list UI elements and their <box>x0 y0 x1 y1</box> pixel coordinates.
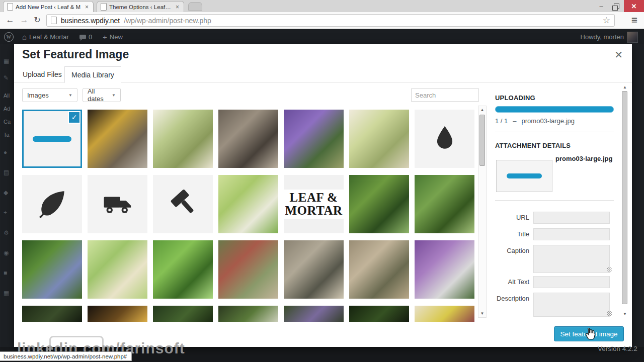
admin-menu-icon[interactable]: ▤ <box>4 169 9 176</box>
set-featured-image-modal: ✕ Set Featured Image Upload Files Media … <box>14 44 632 347</box>
logo-text: LEAF &MORTAR <box>284 190 344 219</box>
page-icon <box>51 17 57 24</box>
media-type-filter[interactable]: Images ▼ <box>22 88 77 102</box>
admin-menu-icon[interactable]: ▦ <box>4 290 9 297</box>
caption-textarea[interactable] <box>533 245 610 273</box>
url-field[interactable]: business.wpdiy.net /wp/wp-admin/post-new… <box>46 14 615 27</box>
avatar[interactable] <box>627 32 638 43</box>
media-item[interactable] <box>22 240 82 299</box>
admin-menu-icon[interactable]: ◉ <box>4 249 9 256</box>
media-item[interactable] <box>415 175 474 233</box>
media-item[interactable] <box>218 110 278 168</box>
new-tab-button[interactable] <box>188 2 202 11</box>
resize-handle[interactable] <box>607 267 612 273</box>
media-item[interactable]: LEAF &MORTAR <box>284 175 344 233</box>
tab-upload-files[interactable]: Upload Files <box>16 66 68 82</box>
media-item[interactable] <box>153 240 213 299</box>
admin-menu-icon[interactable]: ◆ <box>4 189 8 196</box>
media-item[interactable] <box>153 306 213 322</box>
resize-handle[interactable] <box>607 311 612 316</box>
media-item[interactable] <box>349 110 409 168</box>
media-item[interactable] <box>88 110 147 168</box>
media-item[interactable] <box>218 240 278 299</box>
grid-scrollbar[interactable]: ▲ ▼ <box>478 106 487 318</box>
modal-close-icon[interactable]: ✕ <box>614 49 623 60</box>
scrollbar-thumb[interactable] <box>479 115 485 166</box>
tab-close-icon[interactable]: × <box>84 4 90 11</box>
restore-button[interactable] <box>609 0 624 12</box>
back-button[interactable]: ← <box>4 14 16 27</box>
media-item[interactable] <box>153 110 213 168</box>
media-item[interactable] <box>88 175 147 233</box>
admin-menu-icon[interactable]: ▦ <box>4 57 9 64</box>
admin-menu-icon[interactable]: ⚙ <box>4 229 9 236</box>
alt-text-input[interactable] <box>533 276 610 288</box>
bookmark-star-icon[interactable]: ☆ <box>603 15 610 26</box>
chevron-down-icon: ▼ <box>68 93 72 98</box>
admin-menu-icon[interactable]: ✎ <box>4 74 9 81</box>
attachment-details-heading: ATTACHMENT DETAILS <box>495 142 571 149</box>
media-item[interactable] <box>284 240 344 299</box>
scroll-up-icon[interactable]: ▲ <box>621 85 629 89</box>
wp-logo[interactable]: W <box>4 29 14 44</box>
media-item[interactable] <box>218 306 278 322</box>
media-item[interactable] <box>88 240 147 299</box>
tab-close-icon[interactable]: × <box>175 4 180 11</box>
selected-check-icon[interactable]: ✓ <box>68 111 80 124</box>
media-item[interactable] <box>349 175 409 233</box>
url-input[interactable] <box>533 212 610 224</box>
media-grid: ✓LEAF &MORTAR <box>22 110 474 322</box>
admin-menu-text-fragment[interactable]: All <box>4 93 10 99</box>
admin-menu-icon[interactable]: + <box>4 209 7 216</box>
scroll-down-icon[interactable]: ▼ <box>621 312 629 316</box>
site-name: Leaf & Mortar <box>29 33 69 41</box>
truck-icon <box>103 188 133 220</box>
media-item[interactable] <box>22 175 82 233</box>
scroll-up-icon[interactable]: ▲ <box>478 108 486 112</box>
media-item[interactable] <box>415 110 474 168</box>
caption-label: Caption <box>495 245 533 275</box>
sidebar-scrollbar[interactable]: ▲ ▼ <box>621 83 629 318</box>
tab-media-library[interactable]: Media Library <box>64 66 121 83</box>
media-item[interactable] <box>415 240 474 299</box>
divider <box>495 132 614 132</box>
attachment-thumbnail <box>496 160 552 192</box>
wp-version-text: Version 4.2.2 <box>598 345 637 352</box>
admin-menu-text-fragment[interactable]: Ta <box>4 132 10 138</box>
scroll-down-icon[interactable]: ▼ <box>478 311 486 316</box>
media-item[interactable] <box>284 306 344 322</box>
browser-menu-icon[interactable]: ≡ <box>628 14 641 27</box>
droplet-icon <box>430 123 459 154</box>
description-label: Description <box>495 293 533 319</box>
description-textarea[interactable] <box>533 293 610 317</box>
media-item[interactable] <box>88 306 147 322</box>
uploading-heading: UPLOADING <box>495 94 535 102</box>
scrollbar-thumb[interactable] <box>622 91 627 304</box>
admin-bar-comments[interactable]: 0 <box>79 29 92 44</box>
admin-bar-new[interactable]: + New <box>103 29 123 44</box>
close-window-button[interactable]: ✕ <box>624 0 644 12</box>
tab-theme-options[interactable]: Theme Options ‹ Leaf & M × <box>97 1 184 12</box>
admin-bar-account[interactable]: Howdy, morten <box>581 29 624 44</box>
minimize-button[interactable]: – <box>594 0 609 12</box>
admin-menu-icon[interactable]: ■ <box>4 269 7 277</box>
media-item[interactable] <box>415 306 474 322</box>
screen: Add New Post ‹ Leaf & M × Theme Options … <box>0 0 644 362</box>
reload-button[interactable]: ↻ <box>31 14 43 27</box>
admin-menu-text-fragment[interactable]: Ad <box>4 106 10 112</box>
tab-add-new-post[interactable]: Add New Post ‹ Leaf & M × <box>3 1 94 12</box>
media-item[interactable] <box>218 175 278 233</box>
media-item[interactable] <box>349 306 409 322</box>
media-item[interactable] <box>349 240 409 299</box>
title-input[interactable] <box>533 228 610 240</box>
media-item[interactable] <box>284 110 344 168</box>
admin-menu-icon[interactable]: ● <box>4 149 7 156</box>
media-item[interactable] <box>22 306 82 322</box>
admin-bar-site-name[interactable]: ⌂ Leaf & Mortar <box>22 29 69 44</box>
media-item[interactable] <box>153 175 213 233</box>
media-item[interactable]: ✓ <box>22 110 82 168</box>
admin-menu-text-fragment[interactable]: Ca <box>4 119 11 125</box>
search-input[interactable] <box>411 88 479 102</box>
media-date-filter[interactable]: All dates ▼ <box>83 88 121 102</box>
forward-button[interactable]: → <box>18 14 30 27</box>
